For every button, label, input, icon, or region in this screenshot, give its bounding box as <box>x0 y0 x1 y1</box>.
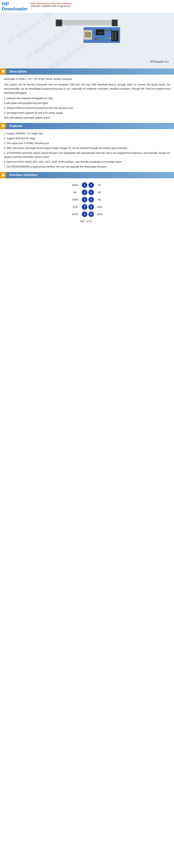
desc-item-1: 1. onboard new imported ATMega8A-AU chip <box>4 96 170 100</box>
desc-item-2: 2.with power and programming two lights <box>4 101 170 105</box>
isp-table-area: MOSI125VNC34NC/RES56NCSCK78GNDMISO910GND… <box>0 178 174 226</box>
pin-label-left: MOSI <box>70 181 80 189</box>
pin-label-right: NC <box>95 189 104 196</box>
pin-circle-left: 1 <box>82 182 88 188</box>
svg-rect-14 <box>85 34 90 35</box>
pin-label-left: /RES <box>70 196 80 203</box>
svg-rect-1 <box>61 20 113 21</box>
svg-point-36 <box>115 39 116 40</box>
pin-pair-cell: 34 <box>80 189 95 196</box>
product-image-area: ET MODULE LIVE ET MODULE LIVE ET MODULE … <box>0 13 174 68</box>
feat-item-1: 1. Support AT89S51 / 52 single-chip <box>4 132 170 136</box>
pin-row: /RES56NC <box>70 196 104 203</box>
header: ISP Downloader With self-recovery overcu… <box>0 0 174 13</box>
pin-pair-cell: 56 <box>80 196 95 203</box>
pin-circle-left: 3 <box>82 190 88 195</box>
header-taglines: With self-recovery overcurrent protectio… <box>31 1 72 7</box>
features-header: Features <box>0 123 174 129</box>
description-header: Description <box>0 68 174 75</box>
svg-rect-6 <box>56 20 61 26</box>
pin-label-left: SCK <box>70 203 80 211</box>
pin-pair-cell: 78 <box>80 203 95 211</box>
desc-item-4: 4. the target board supports 5V and 3.3V… <box>4 111 170 115</box>
svg-rect-18 <box>106 30 108 31</box>
pin-circle-right: 8 <box>89 204 94 210</box>
pin-label-right: GND <box>95 203 104 211</box>
pin-circle-right: 10 <box>89 212 94 217</box>
interface-icon <box>0 172 6 178</box>
product-svg: ATMega <box>50 19 124 60</box>
description-content: Applicable to WIN8.1 / 8/7 / XP 32-bit /… <box>0 75 174 123</box>
svg-point-29 <box>113 34 113 35</box>
svg-point-34 <box>115 37 116 38</box>
svg-rect-13 <box>85 33 90 34</box>
feat-item-5: 5. AUTOSPEED automatic speed control fir… <box>4 151 170 159</box>
svg-point-23 <box>97 38 99 40</box>
pin-circle-left: 9 <box>82 212 88 217</box>
feat-item-2: 2. Support AVR all ASP chips. <box>4 136 170 141</box>
svg-point-27 <box>113 32 113 33</box>
isp-caption: ISP（2*5） <box>80 220 94 223</box>
pin-pair-cell: 12 <box>80 181 95 189</box>
desc-item-3: 3. onboard 500mA overcurrent protection … <box>4 106 170 110</box>
product-label: ATMega8A-AU <box>101 60 174 63</box>
watermark-1: ET MODULE LIVE <box>6 13 56 46</box>
features-icon <box>0 123 6 129</box>
pin-row: NC34NC <box>70 189 104 196</box>
svg-point-31 <box>113 36 113 36</box>
pin-circle-right: 6 <box>89 197 94 203</box>
svg-point-33 <box>113 37 113 38</box>
svg-point-30 <box>115 34 116 35</box>
desc-para-2: The product can be directly connected wi… <box>4 83 170 95</box>
pin-label-right: 5V <box>95 181 104 189</box>
svg-rect-3 <box>61 23 113 24</box>
isp-table: MOSI125VNC34NC/RES56NCSCK78GNDMISO910GND <box>70 181 104 218</box>
tagline2: USBASP USBASP AVR Programmer <box>31 5 72 7</box>
features-content: 1. Support AT89S51 / 52 single-chip 2. S… <box>0 129 174 172</box>
pin-circle-right: 2 <box>89 182 94 188</box>
svg-rect-4 <box>61 24 113 25</box>
desc-para-1: Applicable to WIN8.1 / 8/7 / XP 32-bit /… <box>4 77 170 81</box>
svg-point-28 <box>115 32 116 33</box>
svg-rect-8 <box>113 20 117 26</box>
desc-item-5: New self-adaptive automatic speed contro… <box>4 116 170 120</box>
feat-item-6: 6. Reserved MOSI, MISO, RET, SCK, VCC, G… <box>4 160 170 164</box>
pin-pair-cell: 910 <box>80 211 95 218</box>
svg-text:ATMega: ATMega <box>97 32 103 33</box>
svg-point-32 <box>115 36 116 36</box>
pin-label-right: GND <box>95 211 104 218</box>
interface-title: Interface definition: <box>6 172 42 178</box>
header-logo: ISP Downloader <box>2 1 28 11</box>
pin-row: MOSI125V <box>70 181 104 189</box>
pin-label-left: NC <box>70 189 80 196</box>
svg-rect-20 <box>106 37 108 39</box>
pin-row: SCK78GND <box>70 203 104 211</box>
svg-rect-2 <box>61 22 113 22</box>
svg-rect-15 <box>85 36 90 36</box>
description-icon <box>0 68 6 75</box>
feat-item-4: 4. With USB power and target board suppo… <box>4 146 170 150</box>
pin-circle-left: 5 <box>82 197 88 203</box>
description-title: Description <box>6 69 30 74</box>
feat-item-3: 3. The output port is ATMEL standard por… <box>4 141 170 146</box>
pin-row: MISO910GND <box>70 211 104 218</box>
pin-circle-left: 7 <box>82 204 88 210</box>
pin-circle-right: 4 <box>89 190 94 195</box>
pin-label-left: MISO <box>70 211 80 218</box>
pin-label-right: NC <box>95 196 104 203</box>
interface-header: Interface definition: <box>0 172 174 178</box>
tagline1: With self-recovery overcurrent protectio… <box>31 2 72 5</box>
svg-point-35 <box>113 39 113 40</box>
feat-item-7: 7. Set PROGRAMMING programming interface… <box>4 165 170 169</box>
features-title: Features <box>6 123 26 129</box>
svg-point-22 <box>95 38 97 40</box>
